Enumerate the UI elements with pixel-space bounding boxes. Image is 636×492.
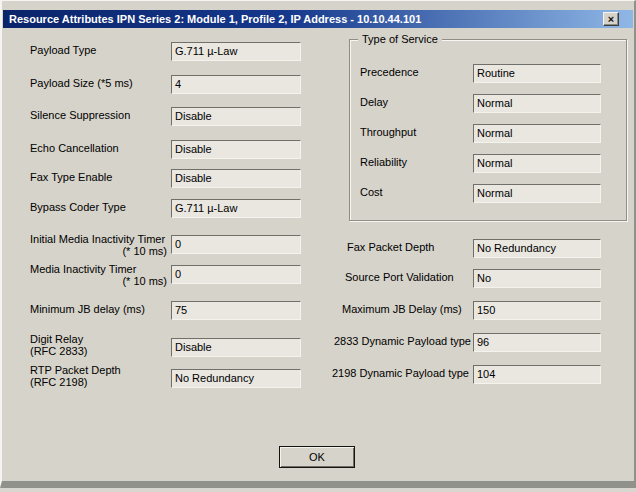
precedence-label: Precedence [360, 67, 419, 79]
fax-packet-depth-label: Fax Packet Depth [347, 242, 434, 254]
2198-dynamic-payload-type-field[interactable]: 104 [473, 365, 601, 384]
payload-size-field[interactable]: 4 [171, 75, 301, 94]
field-row: Source Port Validation No [2, 269, 634, 289]
source-port-validation-field[interactable]: No [473, 269, 601, 288]
payload-type-field[interactable]: G.711 µ-Law [171, 42, 301, 61]
precedence-field[interactable]: Routine [473, 64, 601, 83]
bypass-coder-type-field[interactable]: G.711 µ-Law [171, 199, 301, 218]
ok-button[interactable]: OK [279, 446, 355, 468]
fax-type-enable-label: Fax Type Enable [30, 172, 167, 184]
field-row: Reliability Normal [350, 154, 626, 174]
type-of-service-group-title: Type of Service [358, 33, 442, 45]
delay-field[interactable]: Normal [473, 94, 601, 113]
type-of-service-group: Type of Service Precedence Routine Delay… [349, 39, 627, 221]
cost-label: Cost [360, 187, 383, 199]
maximum-jb-delay-field[interactable]: 150 [473, 301, 601, 320]
window-title: Resource Attributes IPN Series 2: Module… [9, 13, 421, 25]
maximum-jb-delay-label: Maximum JB Delay (ms) [342, 304, 462, 316]
echo-cancellation-field[interactable]: Disable [171, 140, 301, 159]
close-icon: × [608, 13, 614, 25]
fax-type-enable-field[interactable]: Disable [171, 169, 301, 188]
silence-suppression-field[interactable]: Disable [171, 107, 301, 126]
dialog-window: Resource Attributes IPN Series 2: Module… [0, 0, 636, 488]
throughput-field[interactable]: Normal [473, 124, 601, 143]
payload-size-label: Payload Size (*5 ms) [30, 78, 167, 90]
echo-cancellation-label: Echo Cancellation [30, 143, 167, 155]
cost-field[interactable]: Normal [473, 184, 601, 203]
close-button[interactable]: × [603, 12, 619, 26]
field-row: Throughput Normal [350, 124, 626, 144]
2833-dynamic-payload-type-field[interactable]: 96 [473, 333, 601, 352]
field-row: Maximum JB Delay (ms) 150 [2, 301, 634, 321]
reliability-label: Reliability [360, 157, 407, 169]
field-row: Precedence Routine [350, 64, 626, 84]
field-row: 2833 Dynamic Payload type 96 [2, 333, 634, 353]
field-row: Delay Normal [350, 94, 626, 114]
title-bar: Resource Attributes IPN Series 2: Module… [3, 10, 633, 28]
2833-dynamic-payload-type-label: 2833 Dynamic Payload type [334, 336, 471, 348]
2198-dynamic-payload-type-label: 2198 Dynamic Payload type [332, 368, 469, 380]
delay-label: Delay [360, 97, 388, 109]
field-row: 2198 Dynamic Payload type 104 [2, 365, 634, 385]
payload-type-label: Payload Type [30, 45, 167, 57]
fax-packet-depth-field[interactable]: No Redundancy [473, 239, 601, 258]
field-row: Fax Packet Depth No Redundancy [2, 239, 634, 259]
silence-suppression-label: Silence Suppression [30, 110, 167, 122]
field-row: Cost Normal [350, 184, 626, 204]
source-port-validation-label: Source Port Validation [345, 272, 454, 284]
throughput-label: Throughput [360, 127, 416, 139]
bypass-coder-type-label: Bypass Coder Type [30, 202, 167, 214]
reliability-field[interactable]: Normal [473, 154, 601, 173]
